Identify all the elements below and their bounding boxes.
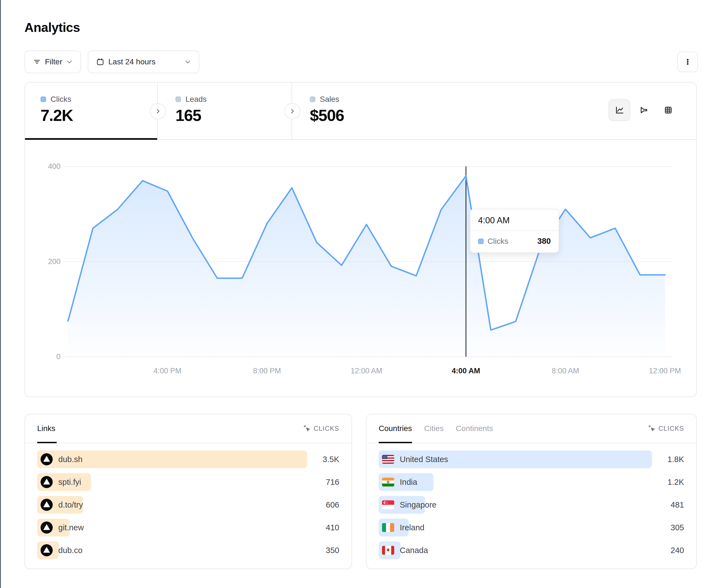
expand-sales-button[interactable]: [284, 103, 300, 119]
filter-icon: [33, 58, 41, 66]
row-content: India: [379, 473, 417, 491]
row-label: git.new: [58, 523, 84, 532]
leads-series-swatch: [175, 96, 181, 102]
chevron-right-icon: [155, 108, 161, 114]
x-tick-label: 4:00 PM: [153, 367, 181, 375]
clicks-timeseries-chart[interactable]: 0200400 4:00 PM8:00 PM12:00 AM4:00 AM8:0…: [25, 140, 697, 397]
y-tick-label: 200: [48, 257, 61, 266]
list-item[interactable]: spti.fyi716: [37, 473, 339, 491]
bar-area: United States: [379, 450, 652, 468]
list-item[interactable]: dub.co350: [37, 541, 339, 559]
countries-list: United States1.8KIndia1.2KSingapore481Ir…: [366, 443, 696, 559]
bar-area: India: [379, 473, 652, 491]
links-sort-by-clicks[interactable]: CLICKS: [303, 425, 339, 432]
in-flag-icon: [382, 478, 394, 487]
overflow-menu-button[interactable]: [677, 51, 698, 72]
row-content: Ireland: [379, 519, 425, 537]
row-value: 1.8K: [652, 455, 684, 464]
tooltip-time: 4:00 AM: [470, 209, 559, 230]
row-content: git.new: [37, 519, 84, 537]
list-item[interactable]: git.new410: [37, 519, 339, 537]
table-view-button[interactable]: [658, 99, 679, 121]
metric-value: 7.2K: [41, 106, 157, 125]
bar-area: git.new: [37, 519, 307, 537]
dub-logo-icon: [41, 521, 53, 534]
bar-area: Singapore: [379, 496, 652, 514]
row-value: 3.5K: [307, 455, 339, 464]
tooltip-series-label: Clicks: [488, 237, 508, 246]
x-tick-label: 8:00 AM: [552, 367, 579, 375]
row-value: 240: [652, 546, 684, 555]
bar-area: d.to/try: [37, 496, 307, 514]
metric-label: Sales: [320, 95, 339, 104]
sg-flag-icon: [382, 500, 394, 509]
row-content: dub.sh: [37, 450, 83, 468]
bar-area: Canada: [379, 541, 652, 559]
list-item[interactable]: Ireland305: [379, 519, 684, 537]
row-value: 305: [652, 523, 684, 532]
bar-area: spti.fyi: [37, 473, 307, 491]
row-label: India: [400, 478, 417, 487]
row-label: d.to/try: [58, 500, 83, 510]
clicks-series-swatch: [41, 96, 46, 102]
tab-continents[interactable]: Continents: [456, 414, 493, 443]
dub-logo-icon: [41, 476, 53, 488]
list-item[interactable]: United States1.8K: [379, 450, 684, 468]
metric-value: 165: [175, 106, 292, 125]
chart-view-toolbar: [608, 99, 679, 121]
row-value: 350: [307, 546, 339, 555]
chevron-right-icon: [289, 108, 295, 114]
clicks-series-swatch: [478, 239, 483, 244]
tab-clicks[interactable]: Clicks 7.2K: [25, 83, 158, 139]
list-item[interactable]: d.to/try606: [37, 496, 339, 514]
row-value: 606: [307, 500, 339, 510]
cursor-click-icon: [648, 425, 656, 432]
bar-area: dub.co: [37, 541, 307, 559]
tab-cities-label: Cities: [424, 424, 444, 433]
dub-logo-icon: [41, 499, 53, 511]
sales-series-swatch: [310, 96, 316, 102]
countries-sort-label: CLICKS: [659, 425, 684, 432]
tab-countries-label: Countries: [379, 424, 412, 433]
x-axis-labels: 4:00 PM8:00 PM12:00 AM4:00 AM8:00 AM12:0…: [153, 367, 681, 375]
line-chart-view-button[interactable]: [608, 99, 630, 121]
tab-cities[interactable]: Cities: [424, 414, 444, 443]
row-content: United States: [379, 450, 448, 468]
row-content: dub.co: [37, 541, 83, 559]
x-tick-label: 12:00 PM: [649, 367, 681, 375]
list-item[interactable]: Canada240: [379, 541, 684, 559]
date-range-button[interactable]: Last 24 hours: [88, 50, 199, 73]
list-item[interactable]: dub.sh3.5K: [37, 450, 339, 468]
countries-sort-by-clicks[interactable]: CLICKS: [648, 425, 684, 432]
date-range-label: Last 24 hours: [108, 58, 155, 66]
row-value: 481: [652, 500, 684, 510]
row-value: 716: [307, 478, 339, 487]
row-content: Singapore: [379, 496, 436, 514]
x-tick-label: 8:00 PM: [253, 367, 281, 375]
filter-button[interactable]: Filter: [24, 50, 81, 73]
us-flag-icon: [382, 455, 394, 464]
row-label: dub.co: [58, 546, 83, 555]
list-item[interactable]: India1.2K: [379, 473, 684, 491]
expand-leads-button[interactable]: [150, 103, 166, 119]
list-item[interactable]: Singapore481: [379, 496, 684, 514]
chevron-down-icon: [66, 59, 73, 65]
tab-links-label: Links: [37, 424, 55, 433]
analytics-chart-card: Clicks 7.2K Leads 165 Sales $506: [24, 82, 697, 397]
funnel-icon: [639, 106, 649, 115]
filter-button-label: Filter: [45, 58, 62, 66]
funnel-view-button[interactable]: [633, 99, 655, 121]
metric-tabs: Clicks 7.2K Leads 165 Sales $506: [25, 83, 696, 140]
cursor-click-icon: [303, 425, 311, 432]
window-edge-strip: [0, 0, 1, 588]
row-label: Ireland: [400, 523, 425, 532]
tab-links[interactable]: Links: [37, 414, 55, 443]
row-value: 1.2K: [652, 478, 684, 487]
tab-countries[interactable]: Countries: [379, 414, 412, 443]
y-tick-label: 400: [48, 162, 61, 171]
chart-tooltip: 4:00 AM Clicks 380: [470, 209, 559, 253]
tooltip-value: 380: [538, 236, 551, 246]
page-title: Analytics: [24, 20, 80, 35]
tab-leads[interactable]: Leads 165: [158, 83, 292, 139]
row-label: United States: [400, 455, 448, 464]
